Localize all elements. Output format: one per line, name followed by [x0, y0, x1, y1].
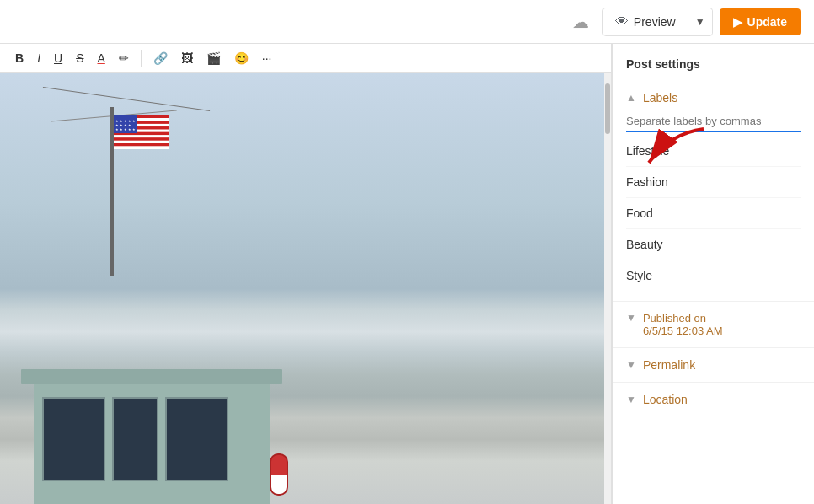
text-color-button[interactable]: A: [92, 49, 110, 67]
cloud-icon: ☁: [572, 13, 589, 31]
beach-background: ★ ★ ★ ★ ★ ★ ★ ★ ★ ★ ★ ★ ★ ★: [0, 73, 611, 504]
scrollbar-thumb: [605, 83, 610, 134]
label-item-beauty[interactable]: Beauty: [626, 229, 801, 260]
underline-button[interactable]: U: [49, 49, 67, 67]
tower-window-right: [165, 397, 228, 481]
main-area: B I U S A ✏ 🔗 🖼 🎬 😊 ···: [0, 44, 814, 504]
permalink-section[interactable]: ▼ Permalink: [613, 348, 814, 383]
published-label: Published on: [643, 312, 801, 324]
tower-roof: [21, 369, 282, 384]
published-date: 6/5/15 12:03 AM: [643, 324, 801, 337]
link-button[interactable]: 🔗: [148, 49, 173, 67]
svg-rect-7: [114, 135, 169, 137]
preview-label: Preview: [634, 15, 676, 29]
labels-input[interactable]: [626, 111, 801, 132]
permalink-chevron-icon: ▼: [626, 359, 636, 371]
italic-button[interactable]: I: [32, 49, 46, 67]
toolbar-divider: [141, 50, 142, 67]
flag-svg: ★ ★ ★ ★ ★ ★ ★ ★ ★ ★ ★ ★ ★ ★: [114, 115, 169, 149]
labels-chevron-icon: ▲: [626, 92, 636, 104]
svg-text:★ ★ ★ ★ ★: ★ ★ ★ ★ ★: [115, 127, 136, 131]
label-item-style[interactable]: Style: [626, 260, 801, 291]
update-play-icon: ▶: [733, 15, 742, 29]
highlight-button[interactable]: ✏: [114, 49, 134, 67]
editor-area: B I U S A ✏ 🔗 🖼 🎬 😊 ···: [0, 44, 612, 504]
svg-rect-11: [114, 146, 169, 149]
label-item-food[interactable]: Food: [626, 198, 801, 229]
svg-rect-8: [114, 137, 169, 140]
wire-1: [43, 87, 210, 111]
life-buoy: [270, 453, 288, 496]
published-chevron-icon: ▼: [626, 312, 636, 324]
media-button[interactable]: 🎬: [201, 49, 226, 67]
preview-button[interactable]: 👁 Preview: [603, 8, 688, 35]
tower-door: [112, 397, 158, 481]
editor-image: ★ ★ ★ ★ ★ ★ ★ ★ ★ ★ ★ ★ ★ ★: [0, 73, 611, 504]
published-section: ▼ Published on 6/5/15 12:03 AM: [613, 302, 814, 348]
svg-rect-9: [114, 141, 169, 143]
labels-section: ▲ Labels Lifestyle Fashion Food Beauty S…: [613, 81, 814, 302]
location-chevron-icon: ▼: [626, 394, 636, 405]
scrollbar[interactable]: [604, 73, 611, 504]
labels-section-title: Labels: [643, 91, 677, 105]
top-toolbar: ☁ 👁 Preview ▼ ▶ Update: [0, 0, 814, 44]
location-section[interactable]: ▼ Location: [613, 383, 814, 416]
label-items-list: Lifestyle Fashion Food Beauty Style: [626, 136, 801, 291]
svg-rect-10: [114, 143, 169, 146]
cloud-save-button[interactable]: ☁: [565, 8, 596, 35]
location-section-title: Location: [643, 393, 688, 406]
label-item-fashion[interactable]: Fashion: [626, 167, 801, 198]
permalink-section-title: Permalink: [643, 358, 695, 372]
update-button[interactable]: ▶ Update: [720, 8, 801, 35]
image-button[interactable]: 🖼: [176, 49, 198, 67]
tower-window-left: [42, 397, 105, 481]
labels-section-header[interactable]: ▲ Labels: [626, 81, 801, 111]
eye-icon: 👁: [615, 14, 629, 29]
sidebar: Post settings ▲ Labels Lifestyle Fashion…: [612, 44, 814, 504]
more-button[interactable]: ···: [257, 49, 277, 67]
update-label: Update: [747, 15, 787, 29]
format-toolbar: B I U S A ✏ 🔗 🖼 🎬 😊 ···: [0, 44, 611, 73]
preview-button-group: 👁 Preview ▼: [602, 8, 713, 36]
bold-button[interactable]: B: [10, 49, 29, 67]
emoji-button[interactable]: 😊: [229, 49, 254, 67]
strikethrough-button[interactable]: S: [71, 49, 88, 67]
preview-dropdown-button[interactable]: ▼: [688, 10, 712, 34]
label-item-lifestyle[interactable]: Lifestyle: [626, 136, 801, 167]
sidebar-title: Post settings: [613, 44, 814, 81]
content-area: ★ ★ ★ ★ ★ ★ ★ ★ ★ ★ ★ ★ ★ ★: [0, 73, 611, 504]
tower-body: [34, 384, 270, 504]
published-header[interactable]: ▼ Published on 6/5/15 12:03 AM: [613, 302, 814, 347]
published-info: Published on 6/5/15 12:03 AM: [643, 312, 801, 337]
